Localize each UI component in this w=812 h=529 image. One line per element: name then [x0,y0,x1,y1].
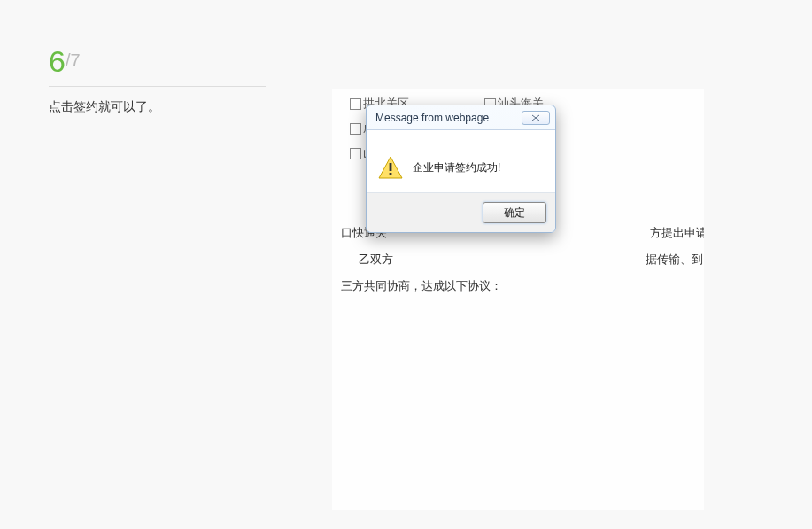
instruction-text: 点击签约就可以了。 [49,99,266,115]
checkbox-icon[interactable] [350,123,361,135]
close-icon [530,114,541,121]
alert-dialog: Message from webpage 企业申请签约成功! 确定 [366,105,556,233]
step-total: /7 [66,51,81,70]
dialog-body: 企业申请签约成功! [367,130,555,193]
dialog-footer: 确定 [367,193,555,232]
checkbox-icon[interactable] [350,148,361,159]
dialog-message: 企业申请签约成功! [413,160,500,175]
dialog-title: Message from webpage [375,112,522,124]
step-current: 6 [49,44,66,78]
svg-rect-1 [390,163,392,171]
warning-icon [377,155,404,180]
checkbox-icon[interactable] [350,98,361,110]
close-button[interactable] [522,111,550,125]
ok-button[interactable]: 确定 [483,202,546,223]
svg-rect-2 [390,173,392,175]
step-panel: 6/7 点击签约就可以了。 [49,44,266,115]
dialog-titlebar: Message from webpage [367,105,555,130]
step-counter: 6/7 [49,44,266,87]
agreement-line: 三方共同协商，达成以下协议： [341,273,704,300]
agreement-line: 乙双方 据传输、到 [341,246,704,273]
